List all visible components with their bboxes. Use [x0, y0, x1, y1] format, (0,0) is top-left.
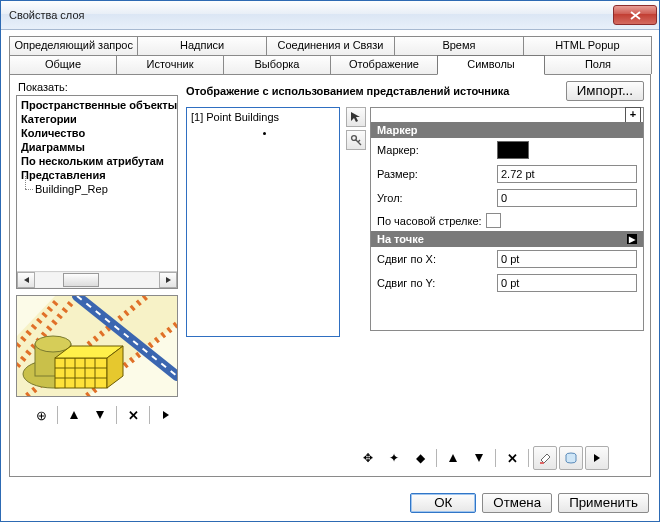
prop-size-label: Размер: — [377, 168, 493, 180]
tree-item[interactable]: По нескольким атрибутам — [21, 154, 177, 168]
prop-clockwise-label: По часовой стрелке: — [377, 215, 482, 227]
tab-выборка[interactable]: Выборка — [223, 55, 331, 74]
add-fill-layer-button[interactable]: ◆ — [408, 446, 432, 470]
tab-row-bottom: ОбщиеИсточникВыборкаОтображениеСимволыПо… — [9, 55, 651, 75]
tree-item[interactable]: Категории — [21, 112, 177, 126]
tab-row-top: Определяющий запросНадписиСоединения и С… — [9, 36, 651, 55]
right-panel: Отображение с использованием представлен… — [186, 81, 644, 470]
rule-up-button[interactable] — [62, 403, 86, 427]
import-button[interactable]: Импорт... — [566, 81, 644, 101]
marker-swatch[interactable] — [497, 141, 529, 159]
show-label: Показать: — [16, 81, 178, 95]
left-panel: Показать: Пространственные объектыКатего… — [16, 81, 178, 470]
ok-button[interactable]: ОК — [410, 493, 476, 513]
representation-rule-list[interactable]: [1] Point Buildings — [186, 107, 340, 337]
svg-rect-5 — [55, 358, 107, 388]
layer-tool-column — [346, 107, 364, 440]
tab-символы[interactable]: Символы — [437, 55, 545, 75]
prop-angle-label: Угол: — [377, 192, 493, 204]
scroll-thumb[interactable] — [63, 273, 99, 287]
tab-определяющий-запрос[interactable]: Определяющий запрос — [9, 36, 138, 55]
tab-источник[interactable]: Источник — [116, 55, 224, 74]
tree-item[interactable]: Количество — [21, 126, 177, 140]
rule-delete-button[interactable]: ✕ — [121, 403, 145, 427]
tab-надписи[interactable]: Надписи — [137, 36, 266, 55]
prop-offset-y-label: Сдвиг по Y: — [377, 277, 493, 289]
dialog-footer: ОК Отмена Применить — [1, 485, 659, 521]
clockwise-checkbox[interactable] — [486, 213, 501, 228]
database-tool-button[interactable] — [559, 446, 583, 470]
close-button[interactable] — [613, 5, 657, 25]
prop-offset-x-label: Сдвиг по X: — [377, 253, 493, 265]
tab-поля[interactable]: Поля — [544, 55, 652, 74]
tree-item[interactable]: BuildingP_Rep — [21, 182, 177, 196]
layers-toolbar: ✥ ✦ ◆ ✕ — [356, 446, 609, 470]
tree-hscrollbar[interactable] — [17, 271, 177, 288]
cancel-button[interactable]: Отмена — [482, 493, 552, 513]
angle-input[interactable]: 0 — [497, 189, 637, 207]
scroll-right-button[interactable] — [159, 272, 177, 288]
size-input[interactable]: 2.72 pt — [497, 165, 637, 183]
layer-properties-window: Свойства слоя Определяющий запросНадписи… — [0, 0, 660, 522]
add-marker-layer-button[interactable]: ✥ — [356, 446, 380, 470]
tab-соединения-и-связи[interactable]: Соединения и Связи — [266, 36, 395, 55]
add-effect-button[interactable]: + — [625, 107, 641, 123]
add-line-layer-button[interactable]: ✦ — [382, 446, 406, 470]
tab-html-popup[interactable]: HTML Popup — [523, 36, 652, 55]
new-rule-button[interactable]: ⊕ — [29, 403, 53, 427]
scroll-left-button[interactable] — [17, 272, 35, 288]
rule-point-symbol — [263, 132, 266, 135]
eraser-tool-button[interactable] — [533, 446, 557, 470]
layers-expand-button[interactable] — [585, 446, 609, 470]
offset-y-input[interactable]: 0 pt — [497, 274, 637, 292]
tree-item[interactable]: Представления — [21, 168, 177, 182]
section-on-point[interactable]: На точке ▶ — [371, 231, 643, 247]
symbology-heading: Отображение с использованием представлен… — [186, 85, 560, 97]
rule-item[interactable]: [1] Point Buildings — [191, 111, 335, 123]
window-title: Свойства слоя — [9, 9, 613, 21]
offset-x-input[interactable]: 0 pt — [497, 250, 637, 268]
rule-expand-button[interactable] — [154, 403, 178, 427]
renderer-tree[interactable]: Пространственные объектыКатегорииКоличес… — [16, 95, 178, 289]
rule-down-button[interactable] — [88, 403, 112, 427]
prop-marker-label: Маркер: — [377, 144, 493, 156]
tree-item[interactable]: Пространственные объекты — [21, 98, 177, 112]
apply-button[interactable]: Применить — [558, 493, 649, 513]
rule-list-toolbar: ⊕ ✕ — [29, 403, 178, 427]
titlebar[interactable]: Свойства слоя — [1, 1, 659, 30]
layer-up-button[interactable] — [441, 446, 465, 470]
section-marker[interactable]: Маркер — [371, 122, 643, 138]
tab-отображение[interactable]: Отображение — [330, 55, 438, 74]
marker-properties-panel: + Маркер Маркер: Размер: 2.72 pt — [370, 107, 644, 331]
layer-tool-direct-select[interactable] — [346, 107, 366, 127]
tab-общие[interactable]: Общие — [9, 55, 117, 74]
layer-down-button[interactable] — [467, 446, 491, 470]
tab-content: Показать: Пространственные объектыКатего… — [9, 74, 651, 477]
section-arrow-icon[interactable]: ▶ — [627, 234, 637, 244]
layer-delete-button[interactable]: ✕ — [500, 446, 524, 470]
tree-item[interactable]: Диаграммы — [21, 140, 177, 154]
layer-tool-key-icon[interactable] — [346, 130, 366, 150]
tab-время[interactable]: Время — [394, 36, 523, 55]
symbology-preview — [16, 295, 178, 397]
client-area: Определяющий запросНадписиСоединения и С… — [1, 30, 659, 485]
